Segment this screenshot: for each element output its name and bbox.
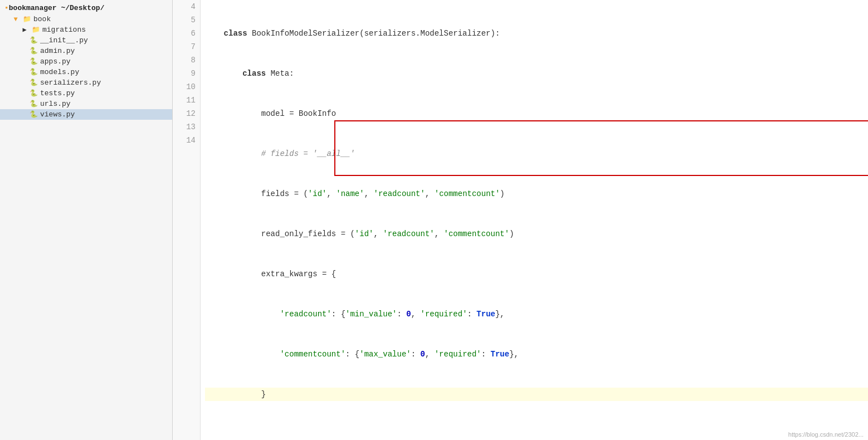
sidebar-item-urls[interactable]: 🐍 urls.py [0,99,172,109]
line-num-13: 13 [173,120,200,134]
py-file-icon: 🐍 [29,100,38,108]
code-line-11: 'readcount': {'min_value': 0, 'required'… [205,307,868,321]
code-line-5: class Meta: [205,67,868,80]
sidebar-item-label: book [33,15,51,23]
line-num-9: 9 [173,67,200,80]
sidebar-item-label: serializers.py [40,79,101,87]
code-area[interactable]: class BookInfoModelSerializer(serializer… [201,0,868,440]
sidebar-item-admin[interactable]: 🐍 admin.py [0,46,172,56]
line-num-7: 7 [173,40,200,53]
line-num-14: 14 [173,134,200,147]
sidebar-item-serializers[interactable]: 🐍 serializers.py [0,77,172,88]
sidebar-item-label: admin.py [40,47,75,55]
code-line-14 [205,428,868,440]
sidebar-item-label: models.py [40,68,79,76]
editor-content: 4 5 6 7 8 9 10 11 12 13 14 class BookInf… [173,0,868,440]
line-num-8: 8 [173,53,200,67]
editor: 4 5 6 7 8 9 10 11 12 13 14 class BookInf… [173,0,868,440]
sidebar-root[interactable]: ▪ bookmanager ~/Desktop/ [0,2,172,14]
code-line-13: } [205,388,868,401]
line-num-11: 11 [173,94,200,107]
line-num-5: 5 [173,13,200,27]
sidebar-item-label: views.py [40,110,75,119]
sidebar-item-views[interactable]: 🐍 views.py [0,109,172,120]
py-file-icon: 🐍 [29,47,38,55]
watermark: https://blog.csdn.net/2302... [788,431,864,438]
folder-icon-migrations: 📁 [31,26,40,34]
py-file-icon: 🐍 [29,79,38,87]
line-num-10: 10 [173,80,200,94]
py-file-icon: 🐍 [29,110,38,119]
sidebar-item-init[interactable]: 🐍 __init__.py [0,35,172,46]
triangle-right-icon: ▶ [20,26,29,34]
line-numbers: 4 5 6 7 8 9 10 11 12 13 14 [173,0,201,440]
sidebar-item-models[interactable]: 🐍 models.py [0,67,172,77]
py-file-icon: 🐍 [29,89,38,97]
code-line-10: extra_kwargs = { [205,267,868,281]
sidebar-item-migrations[interactable]: ▶ 📁 migrations [0,25,172,35]
line-num-4: 4 [173,0,200,13]
sidebar-item-tests[interactable]: 🐍 tests.py [0,88,172,99]
triangle-down-icon: ▼ [11,16,20,23]
line-num-12: 12 [173,107,200,120]
code-line-12: 'commentcount': {'max_value': 0, 'requir… [205,348,868,361]
sidebar-item-label: urls.py [40,100,71,108]
sidebar-item-label: migrations [42,26,86,34]
folder-icon: ▪ [4,4,9,12]
code-line-9: read_only_fields = ('id', 'readcount', '… [205,227,868,241]
code-line-7: # fields = '__all__' [205,147,868,160]
sidebar-item-book[interactable]: ▼ 📁 book [0,14,172,25]
sidebar-root-label: bookmanager ~/Desktop/ [9,4,105,12]
top-area: ▪ bookmanager ~/Desktop/ ▼ 📁 book ▶ 📁 mi… [0,0,868,440]
sidebar-item-label: apps.py [40,57,71,66]
sidebar-item-label: __init__.py [40,36,88,45]
code-line-4: class BookInfoModelSerializer(serializer… [205,27,868,40]
code-line-8: fields = ('id', 'name', 'readcount', 'co… [205,187,868,201]
sidebar-item-apps[interactable]: 🐍 apps.py [0,56,172,67]
line-num-6: 6 [173,27,200,40]
sidebar-item-label: tests.py [40,89,75,97]
folder-icon-book: 📁 [22,15,31,23]
py-file-icon: 🐍 [29,68,38,76]
sidebar: ▪ bookmanager ~/Desktop/ ▼ 📁 book ▶ 📁 mi… [0,0,173,440]
py-file-icon: 🐍 [29,36,38,45]
code-line-6: model = BookInfo [205,107,868,120]
py-file-icon: 🐍 [29,57,38,66]
